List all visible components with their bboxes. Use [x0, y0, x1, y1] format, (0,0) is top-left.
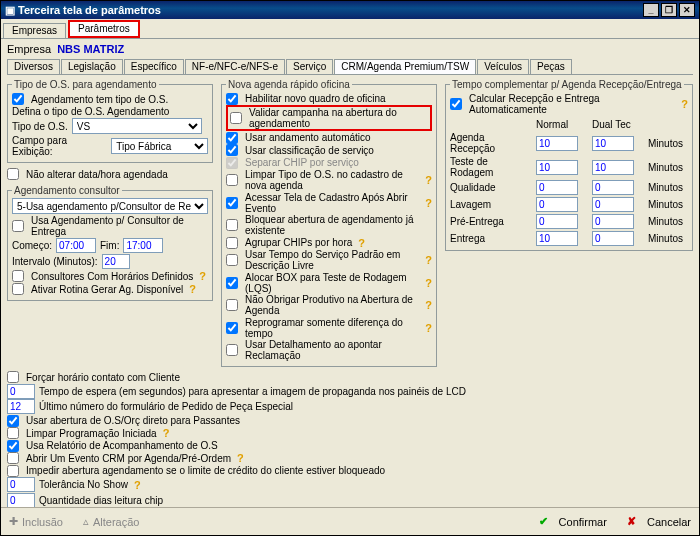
left-column: Tipo de O.S. para agendamento Agendament… [7, 79, 213, 367]
hint-icon[interactable]: ? [237, 452, 244, 464]
tab-especifico[interactable]: Específico [124, 59, 184, 74]
window: ▣ Terceira tela de parâmetros _ ❐ ✕ Empr… [0, 0, 700, 536]
lbl-qtd-dias: Quantidade dias leitura chip [39, 495, 163, 506]
chk-classificacao[interactable] [226, 144, 238, 156]
inp-ql-d[interactable] [592, 180, 634, 195]
lbl-defina: Defina o tipo de O.S. Agendamento [12, 106, 169, 117]
tempo-table: NormalDual Tec Agenda RecepçãoMinutos Te… [450, 119, 688, 246]
empresa-label: Empresa [7, 43, 51, 55]
inp-intervalo[interactable] [102, 254, 130, 269]
inp-en-n[interactable] [536, 231, 578, 246]
chk-impedir[interactable] [7, 465, 19, 477]
inp-fim[interactable] [123, 238, 163, 253]
tab-pecas[interactable]: Peças [530, 59, 572, 74]
chk-separar-chip [226, 157, 238, 169]
chk-nao-obrigar[interactable] [226, 299, 238, 311]
hint-icon[interactable]: ? [199, 270, 206, 282]
tab-veiculos[interactable]: Veículos [477, 59, 529, 74]
lbl-ag-tem-tipo: Agendamento tem tipo de O.S. [31, 94, 168, 105]
hint-icon[interactable]: ? [358, 237, 365, 249]
lbl-ultimo-num: Último número do formulário de Pedido de… [39, 401, 293, 412]
row-qual: Qualidade [450, 182, 530, 193]
inp-pe-n[interactable] [536, 214, 578, 229]
sel-campo-exib[interactable]: Tipo Fábrica [111, 138, 208, 154]
hint-icon[interactable]: ? [134, 479, 141, 491]
hint-icon[interactable]: ? [163, 427, 170, 439]
chk-habilitar-quadro[interactable] [226, 93, 238, 105]
titlebar: ▣ Terceira tela de parâmetros _ ❐ ✕ [1, 1, 699, 19]
chk-calc-auto[interactable] [450, 98, 462, 110]
lbl-detalhamento: Usar Detalhamento ao apontar Reclamação [245, 339, 432, 361]
chk-nao-alterar[interactable] [7, 168, 19, 180]
chk-agrupar-chips[interactable] [226, 237, 238, 249]
inp-tolerancia[interactable] [7, 477, 35, 492]
maximize-button[interactable]: ❐ [661, 3, 677, 17]
btn-cancelar[interactable]: Cancelar [627, 515, 691, 528]
chk-alocar-box[interactable] [226, 277, 238, 289]
hint-icon[interactable]: ? [425, 197, 432, 209]
tab-crm[interactable]: CRM/Agenda Premium/TSW [334, 59, 476, 74]
sel-ag-consultor[interactable]: 5-Usa agendamento p/Consultor de Recepçã… [12, 198, 208, 214]
chk-reprogramar[interactable] [226, 322, 238, 334]
chk-limpar-prog[interactable] [7, 427, 19, 439]
lbl-agrupar-chips: Agrupar CHIPs por hora [245, 237, 352, 248]
sel-tipo-os[interactable]: VS [72, 118, 202, 134]
inp-pe-d[interactable] [592, 214, 634, 229]
row-lav: Lavagem [450, 199, 530, 210]
chk-usar-abertura[interactable] [7, 415, 19, 427]
window-title: Terceira tela de parâmetros [18, 4, 161, 16]
lbl-limpar-tipo-os: Limpar Tipo de O.S. no cadastro de nova … [245, 169, 419, 191]
btn-alteracao[interactable]: ▵ Alteração [83, 515, 139, 528]
chk-consultores-horarios[interactable] [12, 270, 24, 282]
tab-parametros[interactable]: Parâmetros [68, 20, 140, 38]
inp-comeco[interactable] [56, 238, 96, 253]
tab-diversos[interactable]: Diversos [7, 59, 60, 74]
minimize-button[interactable]: _ [643, 3, 659, 17]
inp-ag-d[interactable] [592, 136, 634, 151]
btn-confirmar[interactable]: Confirmar [539, 515, 607, 528]
chk-ativar-rotina[interactable] [12, 283, 24, 295]
inp-ultimo-num[interactable] [7, 399, 35, 414]
tab-legislacao[interactable]: Legislação [61, 59, 123, 74]
chk-limpar-tipo-os[interactable] [226, 174, 238, 186]
chk-usa-ag-entrega[interactable] [12, 220, 24, 232]
hint-icon[interactable]: ? [425, 277, 432, 289]
chk-andamento-auto[interactable] [226, 132, 238, 144]
inp-ql-n[interactable] [536, 180, 578, 195]
hint-icon[interactable]: ? [425, 254, 432, 266]
btn-inclusao[interactable]: ✚ Inclusão [9, 515, 63, 528]
empresa-value: NBS MATRIZ [57, 43, 124, 55]
inp-ag-n[interactable] [536, 136, 578, 151]
chk-tempo-padrao[interactable] [226, 254, 238, 266]
inp-lv-d[interactable] [592, 197, 634, 212]
inp-tempo-espera[interactable] [7, 384, 35, 399]
inp-tr-d[interactable] [592, 160, 634, 175]
chk-detalhamento[interactable] [226, 344, 238, 356]
inp-lv-n[interactable] [536, 197, 578, 212]
lbl-abrir-evento: Abrir Um Evento CRM por Agenda/Pré-Ordem [26, 453, 231, 464]
content: Empresa NBS MATRIZ Diversos Legislação E… [1, 39, 699, 507]
close-button[interactable]: ✕ [679, 3, 695, 17]
inp-qtd-dias[interactable] [7, 493, 35, 508]
chk-acessar-tela[interactable] [226, 197, 238, 209]
tab-empresas[interactable]: Empresas [3, 23, 66, 38]
hint-icon[interactable]: ? [425, 322, 432, 334]
hint-icon[interactable]: ? [681, 98, 688, 110]
hdr-normal: Normal [536, 119, 586, 130]
chk-forcar-horario[interactable] [7, 371, 19, 383]
chk-ag-tem-tipo[interactable] [12, 93, 24, 105]
inp-tr-n[interactable] [536, 160, 578, 175]
hint-icon[interactable]: ? [425, 299, 432, 311]
tab-servico[interactable]: Serviço [286, 59, 333, 74]
inp-en-d[interactable] [592, 231, 634, 246]
chk-abrir-evento[interactable] [7, 452, 19, 464]
hint-icon[interactable]: ? [425, 174, 432, 186]
lbl-calc-auto: Calcular Recepção e Entrega Automaticame… [469, 93, 675, 115]
chk-usa-relatorio[interactable] [7, 440, 19, 452]
fieldset-nova-agenda: Nova agenda rápido oficina Habilitar nov… [221, 79, 437, 367]
chk-bloquear-ag[interactable] [226, 219, 238, 231]
tab-nfe[interactable]: NF-e/NFC-e/NFS-e [185, 59, 285, 74]
hint-icon[interactable]: ? [189, 283, 196, 295]
chk-validar-campanha[interactable] [230, 112, 242, 124]
lbl-bloquear-ag: Bloquear abertura de agendamento já exis… [245, 214, 432, 236]
